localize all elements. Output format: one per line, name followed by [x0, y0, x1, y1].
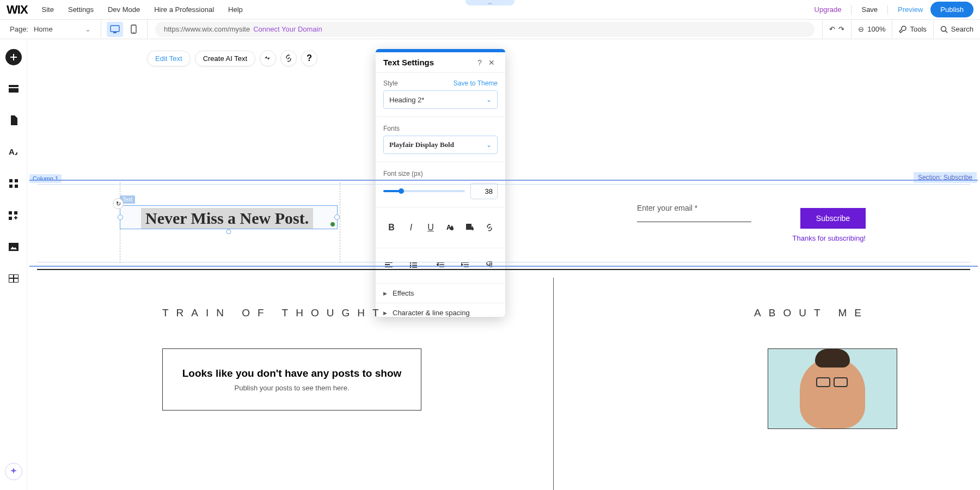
upgrade-link[interactable]: Upgrade [809, 2, 847, 17]
edit-text-button[interactable]: Edit Text [147, 51, 191, 66]
ai-assistant-button[interactable] [5, 463, 22, 480]
style-value: Heading 2* [389, 96, 424, 104]
save-to-theme-link[interactable]: Save to Theme [454, 79, 498, 87]
svg-rect-16 [9, 243, 19, 251]
page-icon [10, 115, 17, 125]
redo-icon[interactable]: ↷ [838, 25, 844, 33]
rotate-handle[interactable] [226, 229, 231, 234]
svg-rect-12 [15, 185, 18, 188]
url-bar[interactable]: https://www.wix.com/mysite Connect Your … [155, 22, 814, 37]
svg-rect-6 [9, 85, 19, 87]
animation-icon [264, 55, 272, 62]
menu-help[interactable]: Help [223, 2, 248, 17]
editor-canvas[interactable]: Edit Text Create AI Text ? Text Settings… [27, 39, 980, 490]
divider [851, 5, 852, 15]
tools-menu[interactable]: Tools [892, 20, 933, 39]
svg-rect-1 [113, 32, 117, 33]
triangle-right-icon: ▶ [383, 291, 387, 296]
mobile-device-button[interactable] [125, 22, 142, 37]
save-button[interactable]: Save [856, 2, 883, 17]
svg-text:A: A [9, 147, 15, 156]
business-button[interactable] [5, 207, 22, 223]
empty-posts-box: Looks like you don't have any posts to s… [162, 348, 421, 411]
connect-domain-link[interactable]: Connect Your Domain [253, 25, 322, 33]
page-toolbar: Page: Home ⌄ https://www.wix.com/mysite … [0, 20, 980, 39]
chevron-down-icon: ⌄ [486, 96, 492, 103]
svg-rect-9 [9, 179, 13, 182]
apps-icon [9, 179, 18, 188]
text-action-bar: Edit Text Create AI Text ? [147, 50, 317, 66]
tools-label: Tools [910, 25, 926, 33]
help-button[interactable]: ? [301, 50, 317, 66]
media-button[interactable] [5, 238, 22, 255]
url-text: https://www.wix.com/mysite [164, 25, 250, 33]
search-tool[interactable]: Search [933, 20, 980, 39]
wrench-icon [899, 26, 906, 33]
animation-button[interactable] [260, 50, 276, 66]
add-element-button[interactable] [5, 49, 22, 65]
text-theme-icon: A [9, 147, 19, 157]
help-icon: ? [307, 53, 312, 63]
style-dropdown[interactable]: Heading 2* ⌄ [383, 90, 498, 109]
table-icon [9, 274, 19, 283]
create-ai-text-button[interactable]: Create AI Text [195, 51, 255, 66]
zoom-out-icon: ⊖ [858, 25, 864, 33]
svg-point-3 [133, 32, 134, 33]
cms-button[interactable] [5, 270, 22, 286]
plus-icon [10, 53, 17, 61]
menu-devmode[interactable]: Dev Mode [102, 2, 145, 17]
svg-point-4 [941, 26, 946, 31]
font-value: Playfair Display Bold [389, 140, 454, 149]
zoom-value: 100% [867, 25, 885, 33]
sections-button[interactable] [5, 81, 22, 97]
spacing-label: Character & line spacing [393, 309, 470, 317]
heading-text[interactable]: Never Miss a New Post. [141, 208, 313, 229]
publish-button[interactable]: Publish [930, 2, 973, 17]
grid-plus-icon [9, 210, 19, 220]
svg-rect-15 [9, 217, 12, 220]
image-icon [9, 243, 19, 251]
preview-button[interactable]: Preview [892, 2, 928, 17]
menu-hire[interactable]: Hire a Professional [149, 2, 219, 17]
effects-expander[interactable]: ▶ Effects [376, 283, 505, 303]
pages-button[interactable] [5, 112, 22, 128]
svg-rect-13 [9, 211, 12, 215]
font-dropdown[interactable]: Playfair Display Bold ⌄ [383, 136, 498, 154]
top-handle-notch[interactable]: ︿ [465, 0, 514, 5]
vertical-divider [553, 278, 554, 490]
svg-point-24 [410, 267, 412, 268]
page-current: Home [34, 25, 53, 33]
chevron-down-icon: ⌄ [486, 141, 492, 149]
section-divider-line [37, 269, 970, 270]
resize-corner-handle[interactable] [330, 222, 335, 226]
page-selector[interactable]: Page: Home ⌄ [0, 20, 101, 39]
zoom-control[interactable]: ⊖ 100% [851, 20, 892, 39]
panel-close-button[interactable]: ✕ [486, 58, 498, 67]
apps-button[interactable] [5, 175, 22, 192]
panel-help-button[interactable]: ? [474, 58, 486, 67]
page-label: Page: [10, 25, 28, 33]
email-underline [637, 221, 751, 222]
animation-badge[interactable]: ↻ [113, 198, 124, 209]
desktop-device-button[interactable] [107, 22, 123, 37]
search-label: Search [951, 25, 973, 33]
thanks-message: Thanks for subscribing! [793, 234, 866, 242]
search-icon [940, 26, 948, 33]
theme-button[interactable]: A [5, 144, 22, 160]
divider [887, 5, 888, 15]
font-size-label: Font size (px) [383, 170, 498, 177]
email-input-field[interactable]: Enter your email * [637, 204, 751, 222]
spacing-expander[interactable]: ▶ Character & line spacing [376, 303, 505, 317]
chevron-down-icon: ⌄ [85, 25, 91, 33]
panel-title: Text Settings [383, 58, 474, 67]
section-icon [9, 85, 19, 93]
link-button[interactable] [280, 50, 297, 66]
subscribe-button[interactable]: Subscribe [800, 208, 866, 229]
selected-text-element[interactable]: Text ↻ Never Miss a New Post. [120, 205, 338, 229]
menu-site[interactable]: Site [36, 2, 59, 17]
menu-settings[interactable]: Settings [63, 2, 99, 17]
about-photo[interactable] [768, 348, 897, 429]
wix-logo: WIX [7, 3, 28, 17]
undo-icon[interactable]: ↶ [829, 25, 835, 33]
style-label: Style [383, 79, 398, 87]
